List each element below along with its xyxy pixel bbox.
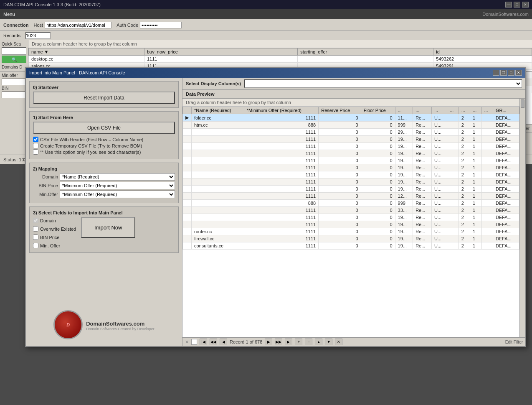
preview-col-reserve[interactable]: Reserve Price <box>319 107 361 114</box>
preview-cell-10: 1 <box>470 122 481 129</box>
preview-row[interactable]: htm.cc 888 0 0 999 Re... U... 2 1 <box>183 122 519 129</box>
preview-row[interactable]: 1111 0 0 19... Re... U... 2 1 <box>183 150 519 157</box>
preview-cell-5: 19... <box>395 157 413 164</box>
select-cols-dropdown[interactable] <box>244 79 522 88</box>
preview-col-gr[interactable]: GR... <box>493 107 519 114</box>
bin-input[interactable] <box>2 92 26 98</box>
modal-title-bar: Import into Main Panel | DAN.com API Con… <box>26 68 525 78</box>
preview-cell-gr: DEFA... <box>493 157 519 164</box>
preview-cell-9: 2 <box>459 129 470 136</box>
preview-cell-10: 1 <box>470 114 481 122</box>
col-buy-now-price[interactable]: buy_now_price <box>144 48 297 56</box>
preview-cell-11 <box>481 157 493 164</box>
preview-col-name[interactable]: *Name (Required) <box>192 107 244 114</box>
preview-cell-gr: DEFA... <box>493 122 519 129</box>
preview-cell-8 <box>447 150 459 157</box>
preview-cell-5: 29... <box>395 129 413 136</box>
preview-col-10[interactable]: ... <box>470 107 481 114</box>
minimize-button[interactable]: — <box>505 2 512 8</box>
preview-cell-floor: 0 <box>361 129 395 136</box>
odd-chars-label: ** Use this option only If you see odd c… <box>40 150 141 155</box>
auth-code-input[interactable] <box>140 22 182 28</box>
preview-cell-reserve: 0 <box>319 150 361 157</box>
preview-cell-gr: DEFA... <box>493 143 519 150</box>
preview-cell-6: Re... <box>413 143 432 150</box>
min-offer-input[interactable] <box>2 79 26 85</box>
cell-name: desktop.cc <box>29 56 144 63</box>
preview-row[interactable]: 1111 0 0 19... Re... U... 2 1 <box>183 136 519 143</box>
preview-row[interactable]: ▶ folder.cc 1111 0 0 11... Re... U... <box>183 114 519 122</box>
preview-cell-7: U... <box>431 136 447 143</box>
preview-scrollbar[interactable] <box>519 99 525 164</box>
temp-csv-checkbox[interactable] <box>33 143 38 148</box>
modal-maximize-btn[interactable]: □ <box>508 70 514 76</box>
quick-search-input[interactable] <box>2 47 26 55</box>
menu-label[interactable]: Menu <box>3 12 15 17</box>
modal-restore-btn[interactable]: ❐ <box>500 70 507 76</box>
preview-cell-7: U... <box>431 150 447 157</box>
preview-col-11[interactable]: ... <box>481 107 493 114</box>
preview-cell-6: Re... <box>413 129 432 136</box>
records-input[interactable] <box>25 32 51 39</box>
host-input[interactable] <box>45 22 111 28</box>
preview-cell-11 <box>481 122 493 129</box>
temp-csv-checkbox-row: Create Temporary CSV File (Try to Remove… <box>33 143 175 148</box>
maximize-button[interactable]: □ <box>514 2 520 8</box>
cell-starting <box>298 56 433 63</box>
domains-label: Domains D <box>2 65 26 69</box>
preview-col-min-offer[interactable]: *Minimum Offer (Required) <box>244 107 318 114</box>
preview-cell-name <box>192 157 244 164</box>
preview-cell-6: Re... <box>413 136 432 143</box>
modal-minimize-btn[interactable]: — <box>493 70 499 76</box>
preview-area: Drag a column header here to group by th… <box>182 99 525 164</box>
quick-search-button[interactable]: 🔍 <box>2 56 26 63</box>
left-sidebar: Quick Sea 🔍 Domains D <box>0 40 28 71</box>
preview-col-9[interactable]: ... <box>459 107 470 114</box>
preview-cell-9: 2 <box>459 150 470 157</box>
preview-cell-11 <box>481 143 493 150</box>
records-label: Records <box>3 33 20 38</box>
preview-col-7[interactable]: ... <box>431 107 447 114</box>
csv-header-checkbox[interactable] <box>33 137 38 142</box>
auth-code-label: Auth Code <box>117 23 138 28</box>
odd-chars-checkbox[interactable] <box>33 149 38 155</box>
preview-expand <box>183 150 192 157</box>
preview-cell-7: U... <box>431 122 447 129</box>
start-from-here-header: 1) Start From Here <box>33 115 175 120</box>
preview-row[interactable]: 1111 0 0 19... Re... U... 2 1 <box>183 143 519 150</box>
scroll-thumb[interactable] <box>521 99 524 108</box>
table-row[interactable]: desktop.cc 1111 5493262 <box>29 56 532 63</box>
preview-cell-reserve: 0 <box>319 157 361 164</box>
open-csv-button[interactable]: Open CSV File <box>33 122 175 134</box>
import-modal: Import into Main Panel | DAN.com API Con… <box>25 67 526 164</box>
preview-cell-8 <box>447 129 459 136</box>
preview-col-8[interactable]: ... <box>447 107 459 114</box>
preview-cell-11 <box>481 136 493 143</box>
preview-cell-10: 1 <box>470 129 481 136</box>
preview-expand: ▶ <box>183 114 192 122</box>
preview-col-5[interactable]: ... <box>395 107 413 114</box>
modal-title: Import into Main Panel | DAN.com API Con… <box>29 70 125 75</box>
select-cols-bar: Select Display Column(s) <box>182 78 525 90</box>
preview-cell-10: 1 <box>470 143 481 150</box>
col-id[interactable]: id <box>433 48 532 56</box>
preview-col-floor[interactable]: Floor Price <box>361 107 395 114</box>
close-button[interactable]: ✕ <box>522 2 529 8</box>
records-panel: Records <box>0 31 532 40</box>
preview-group-header: Drag a column header here to group by th… <box>182 99 519 107</box>
preview-col-6[interactable]: ... <box>413 107 432 114</box>
preview-expand <box>183 129 192 136</box>
modal-close-btn[interactable]: ✕ <box>515 70 522 76</box>
col-name[interactable]: name ▼ <box>29 48 144 56</box>
preview-row[interactable]: 1111 0 0 29... Re... U... 2 1 <box>183 129 519 136</box>
col-starting-offer[interactable]: starting_offer <box>298 48 433 56</box>
preview-cell-5: 19... <box>395 143 413 150</box>
preview-cell-6: Re... <box>413 122 432 129</box>
preview-cell-9: 2 <box>459 143 470 150</box>
preview-cell-name <box>192 150 244 157</box>
modal-right-panel: Select Display Column(s) Data Preview Dr… <box>182 78 525 164</box>
reset-import-button[interactable]: Reset Import Data <box>33 92 175 104</box>
main-area: Quick Sea 🔍 Domains D Drag a column head… <box>0 40 532 71</box>
preview-row[interactable]: 1111 0 0 19... Re... U... 2 1 <box>183 157 519 164</box>
preview-cell-reserve: 0 <box>319 136 361 143</box>
